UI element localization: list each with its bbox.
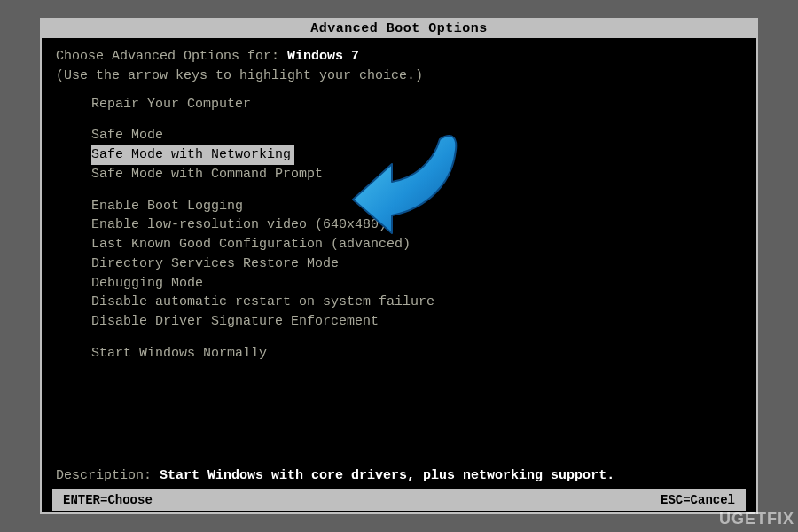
option-disable-auto-restart[interactable]: Disable automatic restart on system fail… xyxy=(56,293,742,312)
boot-options-window: Advanced Boot Options Choose Advanced Op… xyxy=(40,18,758,514)
option-repair-your-computer[interactable]: Repair Your Computer xyxy=(56,95,742,114)
option-safe-mode[interactable]: Safe Mode xyxy=(56,126,742,145)
description-line: Description: Start Windows with core dri… xyxy=(56,466,742,486)
content-area: Choose Advanced Options for: Windows 7 (… xyxy=(42,38,756,512)
header-line: Choose Advanced Options for: Windows 7 xyxy=(56,47,742,66)
status-esc: ESC=Cancel xyxy=(661,491,735,509)
option-enable-boot-logging[interactable]: Enable Boot Logging xyxy=(56,197,742,216)
option-directory-services-restore[interactable]: Directory Services Restore Mode xyxy=(56,254,742,274)
option-enable-low-res-video[interactable]: Enable low-resolution video (640x480) xyxy=(56,215,742,235)
option-start-normally[interactable]: Start Windows Normally xyxy=(56,344,742,364)
option-disable-driver-signature[interactable]: Disable Driver Signature Enforcement xyxy=(56,312,742,332)
status-enter: ENTER=Choose xyxy=(63,491,153,509)
header-prefix: Choose Advanced Options for: xyxy=(56,49,279,64)
options-list: Repair Your Computer Safe Mode Safe Mode… xyxy=(56,95,742,364)
description-prefix: Description: xyxy=(56,468,152,483)
header-os: Windows 7 xyxy=(287,49,359,64)
description-text: Start Windows with core drivers, plus ne… xyxy=(160,468,614,483)
header-hint: (Use the arrow keys to highlight your ch… xyxy=(56,66,742,86)
window-title: Advanced Boot Options xyxy=(42,20,756,38)
option-debugging-mode[interactable]: Debugging Mode xyxy=(56,274,742,293)
status-bar: ENTER=Choose ESC=Cancel xyxy=(52,489,746,511)
option-last-known-good[interactable]: Last Known Good Configuration (advanced) xyxy=(56,235,742,254)
option-safe-mode-networking[interactable]: Safe Mode with Networking xyxy=(91,145,294,165)
option-safe-mode-command-prompt[interactable]: Safe Mode with Command Prompt xyxy=(56,165,742,184)
